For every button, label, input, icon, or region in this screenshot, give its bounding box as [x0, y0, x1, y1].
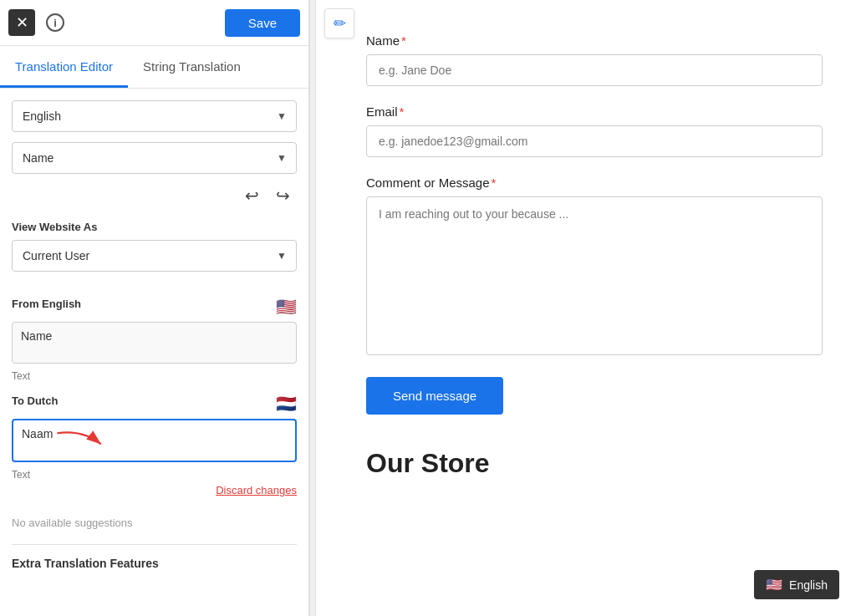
top-bar: ✕ i Save	[0, 0, 308, 46]
language-dropdown[interactable]: English Dutch French German	[12, 100, 297, 132]
our-store-heading: Our Store	[366, 448, 823, 479]
from-english-header: From English 🇺🇸	[12, 297, 297, 317]
to-dutch-textarea[interactable]: Naam	[12, 419, 297, 462]
undo-button[interactable]: ↩	[242, 184, 262, 207]
info-icon: i	[46, 13, 64, 32]
from-english-textarea: Name	[12, 322, 297, 364]
info-button[interactable]: i	[42, 9, 69, 36]
redo-button[interactable]: ↪	[273, 184, 293, 207]
view-website-as-section: View Website As Current User Guest Admin…	[12, 221, 297, 282]
name-field-group: Name*	[366, 33, 823, 86]
to-dutch-header: To Dutch 🇳🇱	[12, 394, 297, 414]
panel-content: English Dutch French German ▼ Name Email…	[0, 89, 308, 582]
no-suggestions-text: No available suggestions	[12, 517, 297, 529]
message-textarea[interactable]	[366, 196, 823, 355]
name-dropdown-wrap: Name Email Comment or Message ▼	[12, 142, 297, 174]
email-field-label: Email*	[366, 104, 823, 119]
view-as-dropdown[interactable]: Current User Guest Admin	[12, 240, 297, 272]
right-content: Name* Email* Comment or Message* Send me…	[316, 0, 856, 512]
right-panel: ✏ Name* Email* Comment or Message* Send …	[316, 0, 856, 616]
message-field-label: Comment or Message*	[366, 176, 823, 190]
tabs-container: Translation Editor String Translation	[0, 46, 308, 89]
tab-string-translation[interactable]: String Translation	[128, 46, 256, 88]
email-field-group: Email*	[366, 104, 823, 157]
discard-changes-link[interactable]: Discard changes	[216, 484, 297, 496]
message-field-group: Comment or Message*	[366, 176, 823, 359]
name-input[interactable]	[366, 54, 823, 86]
from-english-label: From English	[12, 298, 81, 310]
pencil-icon: ✏	[334, 14, 346, 33]
extra-features-label: Extra Translation Features	[12, 544, 297, 570]
message-required-star: *	[492, 176, 497, 190]
language-label: English	[789, 578, 828, 592]
to-dutch-type: Text	[12, 469, 297, 481]
view-as-dropdown-wrap: Current User Guest Admin ▼	[12, 240, 297, 272]
to-dutch-label: To Dutch	[12, 395, 58, 407]
name-field-label: Name*	[366, 33, 823, 48]
email-required-star: *	[400, 104, 405, 119]
send-message-button[interactable]: Send message	[366, 377, 503, 415]
language-flag: 🇺🇸	[766, 577, 782, 593]
language-selector-widget[interactable]: 🇺🇸 English	[754, 570, 839, 599]
to-dutch-flag: 🇳🇱	[276, 394, 297, 414]
vertical-divider	[309, 0, 316, 616]
name-required-star: *	[401, 33, 406, 48]
undo-redo-row: ↩ ↪	[12, 184, 297, 207]
discard-row: Discard changes	[12, 484, 297, 496]
save-button[interactable]: Save	[225, 9, 300, 37]
left-panel: ✕ i Save Translation Editor String Trans…	[0, 0, 309, 616]
from-english-type: Text	[12, 370, 297, 382]
from-english-flag: 🇺🇸	[276, 297, 297, 317]
tab-translation-editor[interactable]: Translation Editor	[0, 46, 128, 88]
edit-icon-wrap[interactable]: ✏	[324, 8, 354, 38]
from-english-section: From English 🇺🇸 Name Text	[12, 297, 297, 382]
name-dropdown[interactable]: Name Email Comment or Message	[12, 142, 297, 174]
view-website-as-label: View Website As	[12, 221, 297, 233]
email-input[interactable]	[366, 125, 823, 157]
close-button[interactable]: ✕	[8, 9, 35, 36]
language-dropdown-wrap: English Dutch French German ▼	[12, 100, 297, 132]
to-dutch-section: To Dutch 🇳🇱 Naam Text Discard changes	[12, 394, 297, 496]
